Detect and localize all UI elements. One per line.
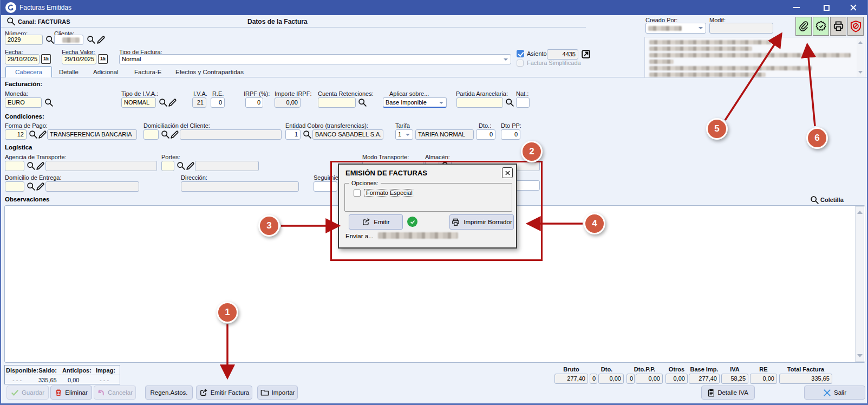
asiento-number-field[interactable]: 4435	[547, 49, 578, 60]
tab-detalle[interactable]: Detalle	[59, 69, 79, 75]
cuenta-retenciones-field[interactable]	[318, 97, 356, 108]
dto-pp-field[interactable]: 0	[501, 129, 520, 140]
factura-simplificada-checkbox[interactable]	[517, 60, 524, 67]
entidad-search-icon[interactable]	[303, 130, 312, 139]
aplicar-sobre-dropdown[interactable]: Base Imponible	[383, 97, 447, 108]
scroll-up-icon[interactable]	[858, 39, 863, 44]
domicilio-search-icon[interactable]	[27, 182, 36, 191]
cliente-edit-icon[interactable]	[96, 35, 106, 44]
cliente-search-icon[interactable]	[87, 35, 96, 44]
attach-button[interactable]	[795, 17, 812, 36]
page-title: Datos de la Factura	[247, 18, 308, 25]
nat-label: Nat.:	[516, 90, 528, 97]
impag-value: - - -	[100, 377, 109, 383]
numero-search-icon[interactable]	[45, 35, 55, 44]
re-label: R.E.	[212, 90, 224, 97]
canal-label: Canal: FACTURAS	[18, 18, 70, 25]
partida-arancelaria-field[interactable]	[456, 97, 503, 108]
fecha-calendar-icon[interactable]: 15	[41, 54, 51, 64]
asiento-checkbox[interactable]	[517, 50, 524, 57]
scroll-down-icon[interactable]	[858, 71, 863, 76]
eliminar-button[interactable]: Eliminar	[50, 386, 92, 400]
portes-search-icon[interactable]	[177, 161, 186, 171]
minimize-button[interactable]	[786, 0, 807, 15]
tab-adicional[interactable]: Adicional	[93, 69, 119, 75]
cancelar-button[interactable]: Cancelar	[94, 386, 136, 400]
domicilio-code-field[interactable]	[5, 181, 24, 192]
salir-button[interactable]: Salir	[804, 386, 865, 400]
tipo-factura-dropdown[interactable]: Normal	[119, 54, 511, 64]
annotation-step-3: 3	[258, 215, 280, 237]
re-field-total: 0,00	[750, 374, 777, 384]
tipo-iva-field[interactable]: NORMAL	[121, 97, 156, 108]
forma-pago-code-field[interactable]: 12	[5, 129, 27, 140]
iva-field-total: 58,25	[721, 374, 748, 384]
tab-efectos[interactable]: Efectos y Contrapartidas	[175, 69, 244, 75]
domiciliacion-edit-icon[interactable]	[170, 130, 179, 139]
importar-button[interactable]: Importar	[257, 386, 298, 400]
title-bar: Facturas Emitidas	[1, 0, 867, 15]
tipo-iva-search-icon[interactable]	[159, 98, 168, 107]
coletilla-search-icon[interactable]	[810, 195, 819, 205]
partida-search-icon[interactable]	[505, 98, 514, 107]
agencia-search-icon[interactable]	[27, 161, 36, 171]
portes-code-field[interactable]	[161, 161, 174, 171]
observaciones-scrollbar[interactable]	[855, 206, 864, 362]
numero-field[interactable]: 2029	[5, 35, 43, 45]
maximize-button[interactable]	[815, 0, 837, 15]
direccion-field	[181, 181, 299, 192]
total-factura-header: Total Factura	[779, 366, 832, 373]
agencia-edit-icon[interactable]	[36, 161, 45, 171]
fecha-valor-field[interactable]: 29/10/2025	[62, 54, 96, 64]
block-shield-button[interactable]	[847, 17, 864, 36]
irpf-label: IRPF (%):	[244, 90, 270, 97]
moneda-search-icon[interactable]	[44, 98, 54, 107]
dto-field[interactable]: 0	[476, 129, 495, 140]
fecha-field[interactable]: 29/10/2025	[5, 54, 40, 64]
asiento-open-link-icon[interactable]	[581, 49, 591, 59]
cliente-field[interactable]	[54, 35, 83, 45]
base-imp-header: Base Imp.	[689, 366, 720, 373]
cuenta-retenciones-search-icon[interactable]	[358, 98, 367, 107]
scroll-down-icon[interactable]	[857, 354, 863, 360]
creado-por-dropdown[interactable]	[645, 23, 706, 34]
print-button[interactable]	[830, 17, 846, 36]
domiciliacion-code-field[interactable]	[143, 129, 159, 140]
salir-label: Salir	[834, 389, 846, 396]
forma-pago-search-icon[interactable]	[29, 130, 38, 139]
entidad-code-field[interactable]: 1	[285, 129, 301, 140]
detalle-iva-button[interactable]: Detalle IVA	[701, 386, 755, 400]
annotation-step-4: 4	[584, 213, 605, 234]
tab-factura-e[interactable]: Factura-E	[134, 69, 162, 75]
nat-field[interactable]	[516, 97, 530, 108]
importe-irpf-field[interactable]: 0,00	[275, 97, 301, 108]
guardar-button[interactable]: Guardar	[6, 386, 49, 400]
forma-pago-edit-icon[interactable]	[38, 130, 47, 139]
canal-search-icon[interactable]	[6, 17, 16, 26]
moneda-label: Moneda:	[5, 90, 28, 97]
emitir-factura-button[interactable]: Emitir Factura	[196, 386, 252, 400]
portes-edit-icon[interactable]	[186, 161, 195, 171]
domiciliacion-label: Domiciliación del Cliente:	[143, 122, 210, 129]
close-button[interactable]	[843, 0, 864, 15]
eliminar-label: Eliminar	[65, 389, 88, 396]
direccion-label: Dirección:	[181, 174, 207, 181]
irpf-field[interactable]: 0	[245, 97, 263, 108]
iva-field[interactable]: 21	[192, 97, 206, 108]
cancelar-label: Cancelar	[108, 389, 133, 396]
domiciliacion-search-icon[interactable]	[161, 130, 170, 139]
domicilio-edit-icon[interactable]	[36, 182, 45, 191]
bruto-header: Bruto	[554, 366, 588, 373]
regen-astos-button[interactable]: Regen.Astos.	[145, 386, 193, 400]
dto-label: Dto.:	[479, 122, 491, 129]
agencia-code-field[interactable]	[5, 161, 24, 171]
tarifa-dropdown[interactable]: 1	[395, 129, 413, 140]
tab-cabecera[interactable]: Cabecera	[5, 66, 52, 77]
info-panel-scrollbar[interactable]	[857, 38, 864, 77]
scroll-up-icon[interactable]	[857, 208, 863, 214]
tipo-iva-edit-icon[interactable]	[168, 98, 177, 107]
re-field[interactable]: 0	[211, 97, 225, 108]
fecha-valor-calendar-icon[interactable]: 15	[98, 54, 108, 64]
certificate-seal-button[interactable]	[813, 17, 829, 36]
moneda-field[interactable]: EURO	[5, 97, 42, 108]
